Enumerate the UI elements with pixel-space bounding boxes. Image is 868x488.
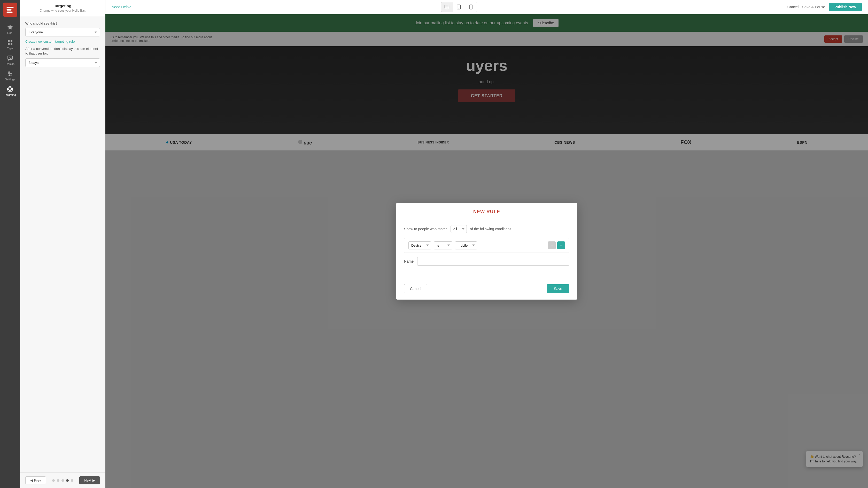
condition-actions: − + [548, 241, 565, 249]
svg-rect-0 [7, 7, 14, 8]
modal-title: NEW RULE [404, 209, 569, 214]
dot-3 [61, 479, 64, 482]
star-icon [7, 24, 13, 30]
modal-body: Show to people who match all any of the … [396, 219, 577, 276]
sidebar-item-goal-label: Goal [7, 31, 13, 34]
svg-rect-6 [10, 43, 12, 45]
panel-subtitle: Change who sees your Hello Bar. [25, 9, 100, 12]
logo-icon [6, 6, 14, 14]
svg-point-14 [9, 75, 10, 76]
condition-add-btn[interactable]: + [557, 241, 565, 249]
match-select[interactable]: all any [451, 225, 467, 233]
modal-footer: Cancel Save [396, 284, 577, 299]
mobile-device-btn[interactable] [465, 2, 477, 11]
match-row: Show to people who match all any of the … [404, 225, 569, 233]
svg-rect-18 [445, 5, 449, 8]
new-rule-modal: NEW RULE Show to people who match all an… [396, 203, 577, 299]
svg-point-8 [9, 57, 9, 58]
sidebar-item-type-label: Type [7, 47, 13, 50]
publish-button[interactable]: Publish Now [829, 3, 862, 11]
pagination-dots [52, 479, 73, 482]
modal-overlay: NEW RULE Show to people who match all an… [105, 14, 868, 488]
dot-1 [52, 479, 55, 482]
next-arrow-icon: ▶ [92, 479, 95, 482]
sidebar-item-targeting[interactable]: Targeting [0, 84, 20, 99]
app-logo[interactable] [3, 3, 17, 17]
svg-point-24 [471, 8, 471, 8]
sidebar-item-type[interactable]: Type [0, 37, 20, 53]
who-select[interactable]: Everyone New visitors Returning visitors [25, 28, 100, 36]
panel-title: Targeting [25, 4, 100, 8]
next-button[interactable]: Next ▶ [79, 477, 100, 484]
svg-point-22 [459, 8, 459, 8]
image-icon [7, 55, 13, 61]
modal-header: NEW RULE [396, 203, 577, 219]
name-row: Name [404, 257, 569, 266]
cancel-link[interactable]: Cancel [787, 5, 799, 9]
device-switcher [441, 2, 477, 12]
conditions-text: of the following conditions. [470, 227, 512, 231]
sliders-icon [7, 70, 13, 77]
svg-rect-4 [10, 40, 12, 42]
svg-rect-23 [470, 5, 472, 9]
sidebar-item-design-label: Design [6, 62, 14, 65]
modal-cancel-btn[interactable]: Cancel [404, 284, 427, 293]
sidebar-item-design[interactable]: Design [0, 53, 20, 68]
name-input[interactable] [417, 257, 569, 266]
left-panel-header: Targeting Change who sees your Hello Bar… [20, 0, 105, 16]
svg-point-17 [9, 89, 10, 90]
svg-rect-3 [8, 40, 9, 42]
dot-5 [71, 479, 73, 482]
sidebar-item-settings[interactable]: Settings [0, 68, 20, 84]
grid-icon [7, 39, 13, 46]
dot-2 [57, 479, 59, 482]
sidebar-item-goal[interactable]: Goal [0, 22, 20, 37]
who-label: Who should see this? [25, 22, 100, 25]
svg-rect-2 [7, 11, 13, 13]
panel-body: Who should see this? Everyone New visito… [20, 16, 105, 472]
tablet-device-btn[interactable] [453, 2, 465, 11]
desktop-device-btn[interactable] [441, 2, 453, 11]
left-panel: Targeting Change who sees your Hello Bar… [20, 0, 105, 488]
website-preview: Join our mailing list to stay up to date… [105, 14, 868, 488]
modal-divider [396, 279, 577, 279]
dot-4 [66, 479, 69, 482]
svg-point-13 [10, 73, 11, 74]
show-to-text: Show to people who match [404, 227, 447, 231]
svg-rect-5 [8, 43, 9, 45]
svg-point-12 [8, 71, 9, 73]
desktop-icon [444, 4, 450, 9]
modal-save-btn[interactable]: Save [547, 284, 569, 293]
condition-field-select[interactable]: Device URL Country Browser [408, 241, 431, 250]
tablet-icon [456, 4, 461, 9]
svg-rect-21 [457, 5, 461, 9]
sidebar: Goal Type Design Settings Targeting [0, 0, 20, 488]
create-rule-link[interactable]: Create new custom targeting rule [25, 39, 100, 44]
mobile-icon [468, 4, 473, 9]
sidebar-item-settings-label: Settings [5, 78, 15, 81]
svg-rect-1 [7, 9, 11, 10]
name-label: Name [404, 259, 413, 263]
need-help-link[interactable]: Need Help? [112, 5, 131, 9]
duration-select[interactable]: 3 days 1 day 7 days 30 days [25, 58, 100, 67]
condition-remove-btn[interactable]: − [548, 241, 556, 249]
condition-operator-select[interactable]: is is not [434, 241, 452, 250]
sidebar-item-targeting-label: Targeting [4, 93, 16, 96]
prev-button[interactable]: ◀ Prev [25, 477, 46, 484]
condition-value-select[interactable]: mobile tablet desktop [455, 241, 477, 250]
save-pause-link[interactable]: Save & Pause [802, 5, 825, 9]
target-icon [7, 86, 13, 92]
prev-arrow-icon: ◀ [30, 479, 33, 482]
condition-row: Device URL Country Browser is is not mob… [404, 238, 569, 253]
after-conversion-label: After a conversion, don't display this s… [25, 47, 100, 56]
top-bar: Need Help? Cancel Save & Pause Publish N… [105, 0, 868, 14]
bottom-nav: ◀ Prev Next ▶ [20, 472, 105, 488]
main-area: Need Help? Cancel Save & Pause Publish N… [105, 0, 868, 488]
top-bar-actions: Cancel Save & Pause Publish Now [787, 3, 862, 11]
